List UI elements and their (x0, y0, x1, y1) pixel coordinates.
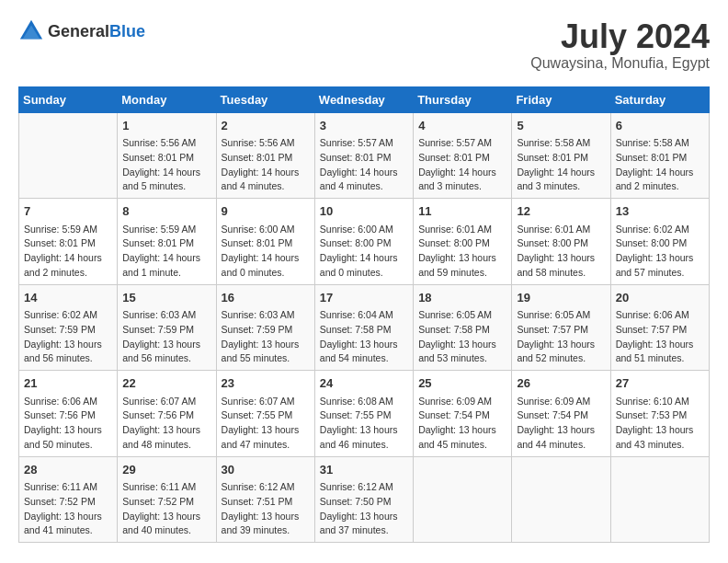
day-info: Sunrise: 6:04 AM Sunset: 7:58 PM Dayligh… (320, 308, 408, 366)
header-saturday: Saturday (610, 86, 709, 112)
day-info: Sunrise: 6:12 AM Sunset: 7:50 PM Dayligh… (320, 480, 408, 538)
day-number: 18 (418, 289, 506, 307)
header-tuesday: Tuesday (216, 86, 314, 112)
calendar-cell: 5Sunrise: 5:58 AM Sunset: 8:01 PM Daylig… (512, 112, 610, 199)
day-info: Sunrise: 6:11 AM Sunset: 7:52 PM Dayligh… (24, 480, 112, 538)
day-number: 11 (418, 202, 506, 221)
day-number: 30 (222, 461, 310, 479)
calendar-cell: 15Sunrise: 6:03 AM Sunset: 7:59 PM Dayli… (118, 284, 216, 371)
calendar-cell: 1Sunrise: 5:56 AM Sunset: 8:01 PM Daylig… (118, 112, 216, 199)
day-info: Sunrise: 6:05 AM Sunset: 7:58 PM Dayligh… (418, 308, 506, 366)
day-info: Sunrise: 6:10 AM Sunset: 7:53 PM Dayligh… (616, 395, 704, 453)
day-info: Sunrise: 6:07 AM Sunset: 7:55 PM Dayligh… (222, 395, 310, 453)
calendar-cell: 14Sunrise: 6:02 AM Sunset: 7:59 PM Dayli… (19, 284, 118, 371)
page-subtitle: Quwaysina, Monufia, Egypt (530, 55, 710, 72)
calendar-cell: 12Sunrise: 6:01 AM Sunset: 8:00 PM Dayli… (512, 199, 610, 285)
day-number: 17 (320, 289, 408, 307)
day-info: Sunrise: 6:00 AM Sunset: 8:01 PM Dayligh… (222, 223, 310, 281)
logo-text-general: General (48, 22, 109, 40)
header-friday: Friday (512, 86, 610, 112)
logo: GeneralBlue (18, 18, 145, 44)
calendar-cell: 8Sunrise: 5:59 AM Sunset: 8:01 PM Daylig… (118, 199, 216, 285)
day-info: Sunrise: 5:56 AM Sunset: 8:01 PM Dayligh… (122, 136, 210, 194)
day-info: Sunrise: 6:11 AM Sunset: 7:52 PM Dayligh… (122, 480, 210, 538)
logo-icon (18, 18, 44, 44)
calendar-cell: 28Sunrise: 6:11 AM Sunset: 7:52 PM Dayli… (19, 456, 118, 543)
day-number: 16 (222, 289, 310, 307)
day-number: 14 (24, 289, 112, 307)
day-info: Sunrise: 6:03 AM Sunset: 7:59 PM Dayligh… (122, 308, 210, 366)
day-number: 8 (122, 202, 210, 221)
calendar-header-row: SundayMondayTuesdayWednesdayThursdayFrid… (19, 86, 710, 112)
day-info: Sunrise: 5:56 AM Sunset: 8:01 PM Dayligh… (222, 136, 310, 194)
day-info: Sunrise: 6:00 AM Sunset: 8:00 PM Dayligh… (320, 223, 408, 281)
day-number: 23 (222, 374, 310, 393)
day-info: Sunrise: 5:59 AM Sunset: 8:01 PM Dayligh… (24, 223, 112, 281)
day-number: 6 (616, 117, 704, 135)
calendar-cell: 19Sunrise: 6:05 AM Sunset: 7:57 PM Dayli… (512, 284, 610, 371)
header-wednesday: Wednesday (314, 86, 413, 112)
day-info: Sunrise: 6:08 AM Sunset: 7:55 PM Dayligh… (320, 395, 408, 453)
logo-text-blue: Blue (109, 22, 145, 40)
calendar-cell: 27Sunrise: 6:10 AM Sunset: 7:53 PM Dayli… (610, 371, 709, 457)
title-block: July 2024 Quwaysina, Monufia, Egypt (530, 18, 710, 72)
calendar-cell: 24Sunrise: 6:08 AM Sunset: 7:55 PM Dayli… (314, 371, 413, 457)
calendar-cell: 17Sunrise: 6:04 AM Sunset: 7:58 PM Dayli… (314, 284, 413, 371)
day-number: 26 (517, 374, 605, 393)
header-thursday: Thursday (414, 86, 512, 112)
calendar-week-row: 14Sunrise: 6:02 AM Sunset: 7:59 PM Dayli… (19, 284, 710, 371)
day-info: Sunrise: 6:07 AM Sunset: 7:56 PM Dayligh… (122, 395, 210, 453)
header-sunday: Sunday (19, 86, 118, 112)
day-number: 2 (222, 117, 310, 135)
calendar-cell: 7Sunrise: 5:59 AM Sunset: 8:01 PM Daylig… (19, 199, 118, 285)
calendar-cell (512, 456, 610, 543)
day-number: 21 (24, 374, 112, 393)
day-info: Sunrise: 5:57 AM Sunset: 8:01 PM Dayligh… (320, 136, 408, 194)
day-number: 25 (418, 374, 506, 393)
day-info: Sunrise: 6:01 AM Sunset: 8:00 PM Dayligh… (418, 223, 506, 281)
day-info: Sunrise: 6:09 AM Sunset: 7:54 PM Dayligh… (517, 395, 605, 453)
calendar-cell: 3Sunrise: 5:57 AM Sunset: 8:01 PM Daylig… (314, 112, 413, 199)
header-monday: Monday (118, 86, 216, 112)
day-number: 22 (122, 374, 210, 393)
page-title: July 2024 (530, 18, 710, 55)
day-number: 12 (517, 202, 605, 221)
day-info: Sunrise: 6:06 AM Sunset: 7:57 PM Dayligh… (616, 308, 704, 366)
calendar-cell (414, 456, 512, 543)
day-number: 31 (320, 461, 408, 479)
day-number: 4 (418, 117, 506, 135)
day-number: 27 (616, 374, 704, 393)
day-info: Sunrise: 6:12 AM Sunset: 7:51 PM Dayligh… (222, 480, 310, 538)
day-info: Sunrise: 6:09 AM Sunset: 7:54 PM Dayligh… (418, 395, 506, 453)
day-info: Sunrise: 5:58 AM Sunset: 8:01 PM Dayligh… (616, 136, 704, 194)
calendar-cell: 29Sunrise: 6:11 AM Sunset: 7:52 PM Dayli… (118, 456, 216, 543)
day-number: 28 (24, 461, 112, 479)
calendar-week-row: 21Sunrise: 6:06 AM Sunset: 7:56 PM Dayli… (19, 371, 710, 457)
calendar-cell: 25Sunrise: 6:09 AM Sunset: 7:54 PM Dayli… (414, 371, 512, 457)
day-info: Sunrise: 5:59 AM Sunset: 8:01 PM Dayligh… (122, 223, 210, 281)
day-number: 15 (122, 289, 210, 307)
calendar-cell: 23Sunrise: 6:07 AM Sunset: 7:55 PM Dayli… (216, 371, 314, 457)
day-info: Sunrise: 6:05 AM Sunset: 7:57 PM Dayligh… (517, 308, 605, 366)
day-number: 20 (616, 289, 704, 307)
calendar-cell: 9Sunrise: 6:00 AM Sunset: 8:01 PM Daylig… (216, 199, 314, 285)
calendar-cell: 4Sunrise: 5:57 AM Sunset: 8:01 PM Daylig… (414, 112, 512, 199)
calendar-cell: 16Sunrise: 6:03 AM Sunset: 7:59 PM Dayli… (216, 284, 314, 371)
calendar-cell: 26Sunrise: 6:09 AM Sunset: 7:54 PM Dayli… (512, 371, 610, 457)
day-info: Sunrise: 6:02 AM Sunset: 8:00 PM Dayligh… (616, 223, 704, 281)
calendar-cell (610, 456, 709, 543)
calendar-cell: 6Sunrise: 5:58 AM Sunset: 8:01 PM Daylig… (610, 112, 709, 199)
day-number: 19 (517, 289, 605, 307)
day-number: 10 (320, 202, 408, 221)
day-info: Sunrise: 6:02 AM Sunset: 7:59 PM Dayligh… (24, 308, 112, 366)
calendar-cell: 22Sunrise: 6:07 AM Sunset: 7:56 PM Dayli… (118, 371, 216, 457)
calendar-week-row: 7Sunrise: 5:59 AM Sunset: 8:01 PM Daylig… (19, 199, 710, 285)
day-number: 29 (122, 461, 210, 479)
day-info: Sunrise: 5:57 AM Sunset: 8:01 PM Dayligh… (418, 136, 506, 194)
calendar-week-row: 28Sunrise: 6:11 AM Sunset: 7:52 PM Dayli… (19, 456, 710, 543)
day-number: 3 (320, 117, 408, 135)
calendar-cell (19, 112, 118, 199)
day-number: 1 (122, 117, 210, 135)
day-info: Sunrise: 5:58 AM Sunset: 8:01 PM Dayligh… (517, 136, 605, 194)
calendar-cell: 18Sunrise: 6:05 AM Sunset: 7:58 PM Dayli… (414, 284, 512, 371)
